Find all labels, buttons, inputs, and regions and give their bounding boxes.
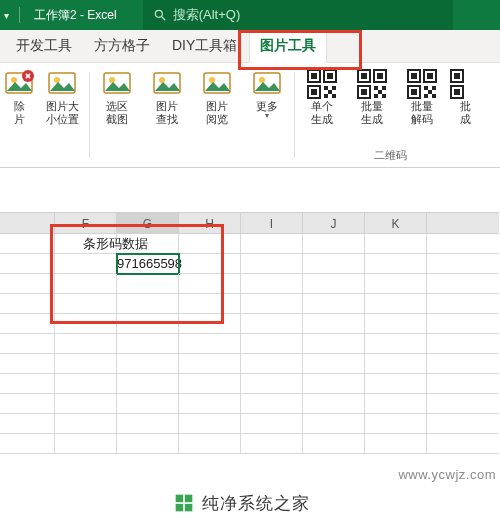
qr-single-gen-button[interactable]: 单个 生成 (302, 68, 342, 126)
svg-point-12 (209, 77, 215, 83)
table-row (0, 314, 500, 334)
picture-view-button[interactable]: 图片 阅览 (197, 68, 237, 126)
svg-rect-46 (424, 94, 428, 98)
svg-rect-43 (424, 86, 428, 90)
selection-capture-button[interactable]: 选区 截图 (97, 68, 137, 126)
table-row (0, 414, 500, 434)
col-header-H[interactable]: H (179, 212, 241, 234)
svg-point-10 (159, 77, 165, 83)
search-box[interactable]: 搜索(Alt+Q) (143, 0, 453, 30)
svg-rect-47 (432, 94, 436, 98)
svg-rect-51 (454, 89, 460, 95)
cell[interactable] (241, 234, 303, 254)
col-header-G[interactable]: G (117, 212, 179, 234)
svg-rect-29 (377, 73, 383, 79)
table-row (0, 434, 500, 454)
cell[interactable] (241, 254, 303, 274)
svg-rect-45 (428, 90, 432, 94)
cell[interactable] (0, 234, 55, 254)
svg-rect-49 (454, 73, 460, 79)
svg-point-8 (109, 77, 115, 83)
active-cell[interactable]: 971665598 (117, 254, 179, 274)
ribbon-separator (89, 72, 90, 158)
ribbon-group-label: 二维码 (298, 148, 482, 163)
col-header-partial[interactable] (0, 212, 55, 234)
search-icon (153, 8, 167, 22)
table-row: 971665598 (0, 254, 500, 274)
svg-rect-31 (361, 89, 367, 95)
cell[interactable] (365, 234, 427, 254)
col-header-J[interactable]: J (303, 212, 365, 234)
qr-icon (449, 68, 481, 100)
svg-rect-44 (432, 86, 436, 90)
picture-find-button[interactable]: 图片 查找 (147, 68, 187, 126)
more-button[interactable]: 更多 ▾ (247, 68, 287, 126)
svg-rect-54 (176, 504, 184, 512)
quick-access-toolbar: ▾ (0, 7, 28, 23)
cell[interactable] (55, 254, 117, 274)
table-row: 条形码数据 (0, 234, 500, 254)
picture-size-icon (46, 68, 78, 100)
table-row (0, 354, 500, 374)
cell[interactable] (303, 234, 365, 254)
svg-rect-32 (374, 86, 378, 90)
svg-rect-25 (332, 94, 336, 98)
table-row (0, 334, 500, 354)
spreadsheet: F G H I J K 条形码数据 971665598 (0, 168, 500, 454)
search-placeholder: 搜索(Alt+Q) (173, 6, 241, 24)
tab-dev-tools[interactable]: 开发工具 (6, 31, 82, 62)
svg-point-3 (11, 77, 17, 83)
tab-picture-tools[interactable]: 图片工具 (249, 30, 327, 63)
more-icon (251, 68, 283, 100)
brand-bar: 纯净系统之家 (0, 486, 500, 520)
tab-fanggezi[interactable]: 方方格子 (84, 31, 160, 62)
tab-diy-tools[interactable]: DIY工具箱 (162, 31, 247, 62)
document-title: 工作簿2 - Excel (34, 7, 117, 24)
table-row (0, 374, 500, 394)
ribbon-group-2: 选区 截图 图片 查找 图片 阅览 更多 ▾ (93, 68, 291, 167)
table-row (0, 394, 500, 414)
svg-rect-27 (361, 73, 367, 79)
svg-line-1 (161, 17, 165, 21)
cell[interactable] (179, 254, 241, 274)
cell[interactable] (303, 254, 365, 274)
delete-picture-button[interactable]: 除 片 (6, 68, 32, 126)
qr-batch-decode-button[interactable]: 批量 解码 (402, 68, 442, 126)
svg-rect-23 (328, 90, 332, 94)
svg-rect-21 (324, 86, 328, 90)
ribbon-group-1: 除 片 图片大 小位置 (2, 68, 86, 167)
table-row (0, 274, 500, 294)
qr-icon (356, 68, 388, 100)
cell[interactable] (427, 254, 499, 274)
svg-point-0 (155, 10, 162, 17)
chevron-down-icon: ▾ (265, 111, 269, 120)
grid-rows: 条形码数据 971665598 (0, 234, 500, 454)
svg-rect-22 (332, 86, 336, 90)
qr-batch-gen-button[interactable]: 批量 生成 (352, 68, 392, 126)
svg-rect-34 (378, 90, 382, 94)
svg-rect-52 (176, 495, 184, 503)
svg-rect-18 (327, 73, 333, 79)
qr-icon (306, 68, 338, 100)
svg-rect-42 (411, 89, 417, 95)
col-header-F[interactable]: F (55, 212, 117, 234)
col-header-I[interactable]: I (241, 212, 303, 234)
qat-dropdown-icon[interactable]: ▾ (4, 10, 9, 21)
svg-rect-20 (311, 89, 317, 95)
cell-header[interactable]: 条形码数据 (55, 234, 179, 254)
cell[interactable] (427, 234, 499, 254)
picture-size-button[interactable]: 图片大 小位置 (42, 68, 82, 126)
svg-rect-24 (324, 94, 328, 98)
qr-batch-make-button[interactable]: 批 成 (452, 68, 478, 126)
picture-view-icon (201, 68, 233, 100)
svg-point-6 (54, 77, 60, 83)
svg-rect-36 (382, 94, 386, 98)
cell[interactable] (179, 234, 241, 254)
cell[interactable] (365, 254, 427, 274)
picture-find-icon (151, 68, 183, 100)
cell[interactable] (0, 254, 55, 274)
svg-rect-38 (411, 73, 417, 79)
col-header-tail[interactable] (427, 212, 499, 234)
qr-icon (406, 68, 438, 100)
col-header-K[interactable]: K (365, 212, 427, 234)
